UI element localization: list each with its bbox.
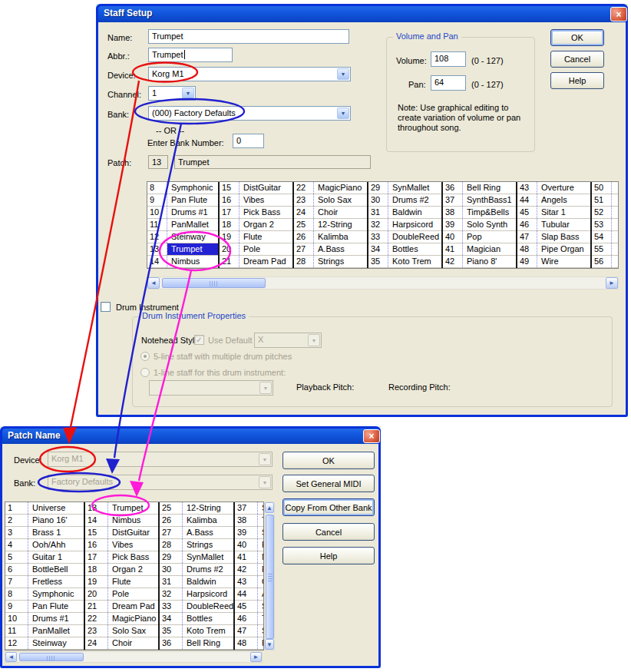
patch-cell[interactable]: 32Harpsicord <box>160 588 233 601</box>
patch-cell[interactable]: 22MagicPiano <box>294 182 367 194</box>
patch-cell[interactable]: 2512-String <box>294 219 367 231</box>
patch-cell[interactable]: 16Vibes <box>85 539 158 551</box>
patch-cell[interactable]: 33DoubleReed <box>160 601 233 613</box>
patch-cell[interactable]: 33DoubleReed <box>368 231 441 243</box>
ok-button[interactable]: OK <box>550 29 604 46</box>
drum-instrument-checkbox[interactable] <box>101 302 111 312</box>
patch-cell[interactable]: 28Strings <box>160 539 233 551</box>
patch-cell[interactable]: 46T <box>235 613 264 625</box>
patch-cell[interactable]: 18Organ 2 <box>85 564 158 576</box>
patch-cell[interactable]: 17Pick Bass <box>220 207 292 219</box>
scroll-up-icon[interactable]: ▲ <box>265 502 274 513</box>
patch-cell[interactable]: 49Wire <box>517 256 590 268</box>
patch-cell[interactable]: 34Bottles <box>368 243 441 256</box>
patch-cell[interactable]: 7Fretless <box>5 576 84 588</box>
patch-cell[interactable]: 2512-String <box>160 502 233 515</box>
bank-number-input[interactable]: 0 <box>233 134 264 148</box>
chevron-down-icon[interactable]: ▼ <box>182 88 194 99</box>
patch-cell[interactable]: 24Choir <box>294 207 367 219</box>
patch-cell[interactable]: 39Solo Synth <box>443 219 516 231</box>
close-button[interactable]: × <box>363 429 380 443</box>
five-line-staff-radio[interactable] <box>140 352 150 361</box>
patch-cell[interactable]: 41Magician <box>443 243 516 256</box>
one-line-staff-radio[interactable] <box>140 368 150 377</box>
patch-cell[interactable]: 14Nimbus <box>147 256 218 268</box>
patch-cell[interactable]: 43O <box>235 576 264 588</box>
patch-cell[interactable]: 11PanMallet <box>5 625 84 637</box>
patch-cell[interactable]: 8Symphonic <box>147 182 218 194</box>
patch-cell[interactable]: 10Drums #1 <box>147 207 218 219</box>
patch-cell[interactable]: 12Steinway <box>147 231 218 243</box>
patch-cell[interactable]: 4Ooh/Ahh <box>5 539 84 551</box>
patch-cell[interactable]: 15DistGuitar <box>85 527 158 539</box>
patch-cell[interactable]: 30Drums #2 <box>368 194 441 207</box>
patch-cell[interactable]: 35Koto Trem <box>368 256 441 268</box>
patch-cell[interactable]: 24Choir <box>85 637 158 650</box>
device-combobox[interactable]: Korg M1 ▼ <box>148 67 351 81</box>
scroll-down-icon[interactable]: ▼ <box>265 639 274 650</box>
patch-cell[interactable]: 40P <box>235 539 264 551</box>
patch-table-hscrollbar[interactable]: ◄ ► <box>147 276 619 290</box>
patch-cell[interactable]: 29SynMallet <box>368 182 441 194</box>
patch-cell[interactable]: 40Pop <box>443 231 516 243</box>
patch-cell[interactable]: 37SynthBass1 <box>443 194 516 207</box>
patch-cell[interactable]: 23Solo Sax <box>85 625 158 637</box>
help-button[interactable]: Help <box>282 547 375 564</box>
scrollbar-thumb[interactable] <box>19 653 84 661</box>
patch-cell[interactable]: 20Pole <box>220 243 292 256</box>
patch-cell[interactable]: 29SynMallet <box>160 551 233 564</box>
patch-cell[interactable]: 11PanMallet <box>147 219 218 231</box>
patch-cell[interactable]: 26Kalimba <box>294 231 367 243</box>
patch-cell[interactable]: 23Solo Sax <box>294 194 367 207</box>
cancel-button[interactable]: Cancel <box>550 51 604 68</box>
patch-cell[interactable]: 1Universe <box>5 502 84 515</box>
patch-cell[interactable]: 54 <box>592 231 619 243</box>
patch-cell[interactable]: 44A <box>235 588 264 601</box>
patch-cell[interactable]: 9Pan Flute <box>5 601 84 613</box>
patch-cell[interactable]: 22MagicPiano <box>85 613 158 625</box>
patch-cell[interactable]: 9Pan Flute <box>147 194 218 207</box>
patch-cell[interactable]: 43Overture <box>517 182 590 194</box>
patch-cell[interactable]: 12Steinway <box>5 637 84 650</box>
patch-cell[interactable]: 8Symphonic <box>5 588 84 601</box>
patch-cell[interactable]: 32Harpsicord <box>368 219 441 231</box>
patch-cell[interactable]: 28Strings <box>294 256 367 268</box>
patch-cell[interactable]: 5Guitar 1 <box>5 551 84 564</box>
patch-cell[interactable]: 18Organ 2 <box>220 219 292 231</box>
patch-cell[interactable]: 42Pi <box>235 564 264 576</box>
patch-cell[interactable]: 39S <box>235 527 264 539</box>
patch-cell[interactable]: 48Pi <box>235 637 264 650</box>
name-input[interactable]: Trumpet <box>148 29 349 44</box>
help-button[interactable]: Help <box>550 72 604 89</box>
patch-cell[interactable]: 15DistGuitar <box>220 182 292 194</box>
patch-cell[interactable]: 46Tubular <box>517 219 590 231</box>
patch-cell[interactable]: 31Baldwin <box>368 207 441 219</box>
patch-cell[interactable]: 13Trumpet <box>85 502 158 515</box>
ok-button[interactable]: OK <box>282 452 375 469</box>
scroll-left-icon[interactable]: ◄ <box>147 277 160 289</box>
patch-cell[interactable]: 10Drums #1 <box>5 613 84 625</box>
patch-cell[interactable]: 14Nimbus <box>85 515 158 527</box>
abbr-input[interactable]: Trumpet <box>148 48 233 62</box>
patch-cell[interactable]: 38Timp&Bells <box>443 207 516 219</box>
patch-cell[interactable]: 50 <box>592 182 619 194</box>
patch-cell[interactable]: 21Dream Pad <box>85 601 158 613</box>
set-general-midi-button[interactable]: Set General MIDI <box>282 475 375 492</box>
patch-cell[interactable]: 17Pick Bass <box>85 551 158 564</box>
scrollbar-thumb[interactable] <box>266 515 274 639</box>
patch-cell[interactable]: 34Bottles <box>160 613 233 625</box>
scrollbar-thumb[interactable] <box>162 278 266 288</box>
patch-cell[interactable]: 31Baldwin <box>160 576 233 588</box>
patch-cell[interactable]: 45S <box>235 601 264 613</box>
scroll-right-icon[interactable]: ► <box>606 277 618 289</box>
patch-cell[interactable]: 38Ti <box>235 515 264 527</box>
patch-cell[interactable]: 30Drums #2 <box>160 564 233 576</box>
patch-cell[interactable]: 36Bell Ring <box>160 637 233 650</box>
patch-cell[interactable]: 45Sitar 1 <box>517 207 590 219</box>
patch-cell[interactable]: 19Flute <box>220 231 292 243</box>
close-button[interactable]: × <box>610 7 627 22</box>
use-default-checkbox[interactable]: ✓ <box>194 335 204 345</box>
patch-cell[interactable]: 52 <box>592 207 619 219</box>
patch-cell[interactable]: 19Flute <box>85 576 158 588</box>
patch-cell[interactable]: 37S <box>235 502 264 515</box>
